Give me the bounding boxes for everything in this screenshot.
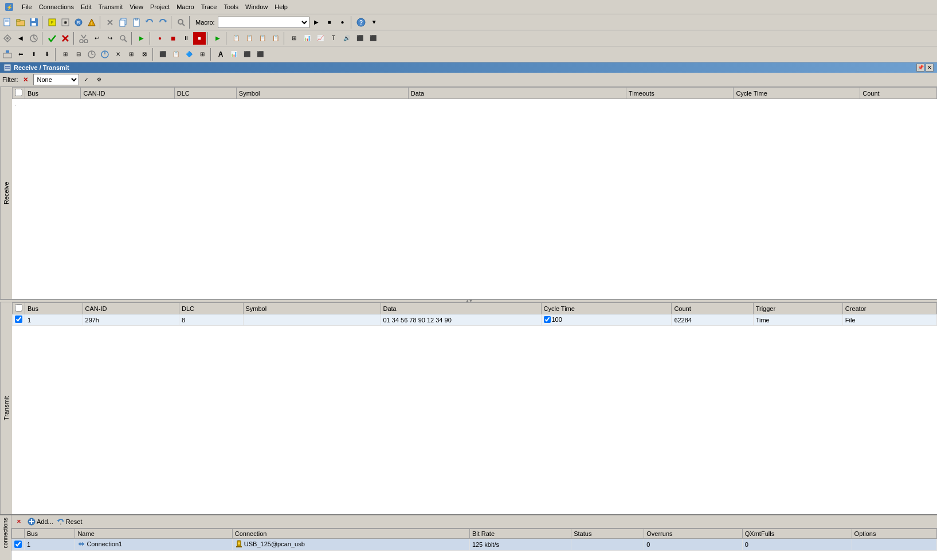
macro-stop[interactable]: ■ [323, 16, 336, 29]
menu-transmit[interactable]: Transmit [95, 2, 126, 11]
tb2-misc1[interactable]: 📋 [230, 32, 242, 45]
menu-help[interactable]: Help [271, 2, 291, 11]
tb3-grid2[interactable]: ⊟ [72, 48, 85, 61]
tb2-stop[interactable]: ◼ [167, 32, 179, 45]
help-btn2[interactable]: ▼ [368, 16, 381, 29]
btn-find[interactable] [175, 16, 187, 29]
transmit-cell-check[interactable] [13, 314, 25, 326]
tb2-misc4[interactable]: 📋 [269, 32, 282, 45]
transmit-row-checkbox[interactable] [15, 316, 22, 323]
cut-button[interactable] [104, 16, 116, 29]
tb3-btn2[interactable]: ⬅ [14, 48, 27, 61]
tb2-rec2[interactable]: ● [154, 32, 166, 45]
help-btn1[interactable]: ? [355, 16, 367, 29]
filter-combo[interactable]: None [33, 74, 79, 85]
menu-edit[interactable]: Edit [77, 2, 95, 11]
tb3-misc2[interactable]: ⬛ [156, 48, 169, 61]
tb3-misc5[interactable]: ⊞ [196, 48, 209, 61]
open-button[interactable] [14, 16, 27, 29]
undo-button[interactable] [143, 16, 156, 29]
new-button[interactable] [1, 16, 14, 29]
svg-rect-8 [32, 18, 35, 21]
tb2-redo2[interactable]: ↪ [104, 32, 116, 45]
tb2-misc9[interactable]: ⬛ [354, 32, 366, 45]
tb3-misc6[interactable]: 📊 [228, 48, 240, 61]
btn-5[interactable]: ⊕ [59, 16, 72, 29]
tb3-misc1[interactable]: ⊠ [138, 48, 151, 61]
tb3-misc4[interactable]: 🔷 [183, 48, 195, 61]
transmit-cycletime-checkbox[interactable] [544, 316, 551, 323]
tb3-grid1[interactable]: ⊞ [59, 48, 72, 61]
macro-run[interactable]: ▶ [310, 16, 323, 29]
tb2-cut2[interactable] [77, 32, 90, 45]
tb3-misc3[interactable]: 📋 [170, 48, 182, 61]
conn-name-text: Connection1 [87, 541, 122, 547]
panel-pin-button[interactable]: 📌 [916, 64, 924, 72]
connection-row[interactable]: 1 Connection1 USB_125@pcan_usb [12, 539, 937, 551]
tb2-btn3[interactable] [28, 32, 40, 45]
menu-macro[interactable]: Macro [173, 2, 198, 11]
tb3-misc8[interactable]: ⬛ [254, 48, 266, 61]
menu-file[interactable]: File [18, 2, 36, 11]
copy-button[interactable] [117, 16, 130, 29]
transmit-row[interactable]: 1 297h 8 01 34 56 78 90 12 34 90 100 [13, 314, 937, 326]
btn-6[interactable]: R [72, 16, 85, 29]
save-button[interactable] [28, 16, 40, 29]
tb2-play[interactable]: ▶ [135, 32, 148, 45]
tb2-transmit-start[interactable]: ▶ [211, 32, 224, 45]
menu-project[interactable]: Project [147, 2, 173, 11]
filter-apply-button[interactable]: ✓ [81, 74, 92, 85]
transmit-select-all[interactable] [15, 304, 22, 311]
tb2-misc2[interactable]: 📋 [243, 32, 256, 45]
tb3-btn4[interactable]: ⬇ [41, 48, 53, 61]
menu-tools[interactable]: Tools [220, 2, 242, 11]
reset-connection-button[interactable]: Reset [57, 518, 83, 526]
tb2-misc7[interactable]: T [327, 32, 340, 45]
filter-clear-button[interactable]: ✕ [21, 74, 31, 85]
add-connection-button[interactable]: Add... [28, 518, 53, 526]
tb2-grid[interactable]: ⊞ [288, 32, 300, 45]
tb2-red-x[interactable] [59, 32, 72, 45]
transmit-table-container[interactable]: Bus CAN-ID DLC Symbol Data Cycle Time Co… [12, 302, 937, 514]
tb2-misc10[interactable]: ⬛ [367, 32, 379, 45]
connections-close-btn[interactable]: ✕ [14, 516, 24, 527]
macro-combo[interactable] [218, 17, 309, 28]
tb3-clock[interactable] [85, 48, 98, 61]
tb3-misc7[interactable]: ⬛ [241, 48, 253, 61]
tb2-btn2[interactable]: ◀ [14, 32, 27, 45]
tb3-clock2[interactable] [99, 48, 111, 61]
menu-connections[interactable]: Connections [36, 2, 77, 11]
tb2-pause[interactable]: ⏸ [180, 32, 193, 45]
filter-settings-button[interactable]: ⚙ [94, 74, 104, 85]
menu-trace[interactable]: Trace [198, 2, 221, 11]
tb2-btn1[interactable] [1, 32, 14, 45]
panel-close-button[interactable]: ✕ [926, 64, 934, 72]
svg-rect-23 [135, 18, 138, 20]
conn-cell-check[interactable] [12, 539, 25, 551]
receive-select-all[interactable] [15, 89, 22, 96]
menu-view[interactable]: View [126, 2, 147, 11]
tb3-text-a[interactable]: A [214, 48, 227, 61]
macro-rec[interactable]: ● [336, 16, 349, 29]
tb3-btn-x[interactable]: ✕ [112, 48, 124, 61]
tb2-misc8[interactable]: 🔊 [340, 32, 353, 45]
tb3-btn3[interactable]: ⬆ [28, 48, 40, 61]
receive-table-container[interactable]: Bus CAN-ID DLC Symbol Data Timeouts Cycl… [12, 87, 937, 299]
tb2-undo2[interactable]: ↩ [91, 32, 103, 45]
tb2-misc3[interactable]: 📋 [256, 32, 269, 45]
tb2-find2[interactable] [117, 32, 130, 45]
svg-text:P: P [50, 20, 53, 25]
paste-button[interactable] [130, 16, 143, 29]
btn-4[interactable]: P [46, 16, 58, 29]
tb3-btn1[interactable] [1, 48, 14, 61]
tb2-misc6[interactable]: 📈 [314, 32, 327, 45]
redo-button[interactable] [156, 16, 169, 29]
tb2-green-check[interactable] [46, 32, 58, 45]
conn-checkbox[interactable] [14, 541, 22, 548]
menu-window[interactable]: Window [242, 2, 271, 11]
connections-table-container[interactable]: Bus Name Connection Bit Rate Status Over… [11, 529, 937, 560]
btn-7[interactable]: ! [85, 16, 98, 29]
tb3-grid3[interactable]: ⊞ [125, 48, 138, 61]
tb2-misc5[interactable]: 📊 [301, 32, 313, 45]
tb2-stop2[interactable]: ■ [193, 32, 206, 45]
